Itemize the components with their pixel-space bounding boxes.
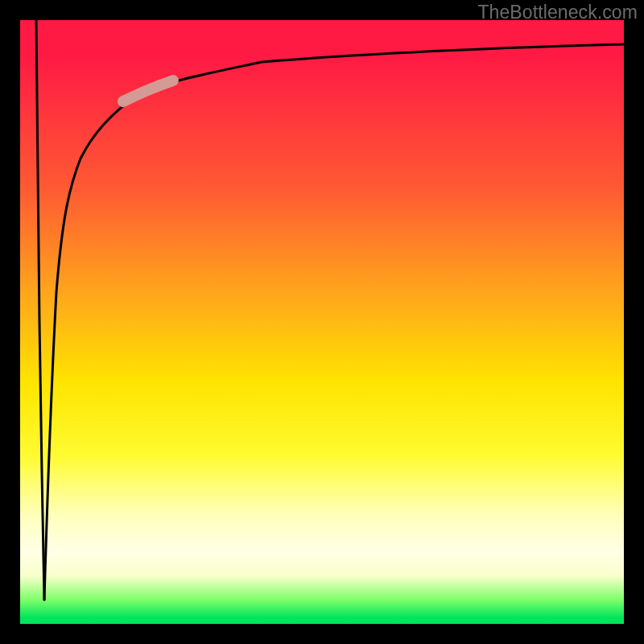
- curve-layer: [20, 20, 624, 624]
- curve-highlight-segment: [123, 80, 173, 101]
- frame-edge-right: [624, 0, 644, 644]
- curve-descending: [36, 20, 44, 600]
- curve-ascending: [44, 44, 624, 600]
- watermark-text: TheBottleneck.com: [477, 2, 638, 23]
- chart-frame: TheBottleneck.com: [0, 0, 644, 644]
- frame-edge-bottom: [0, 624, 644, 644]
- frame-edge-left: [0, 0, 20, 644]
